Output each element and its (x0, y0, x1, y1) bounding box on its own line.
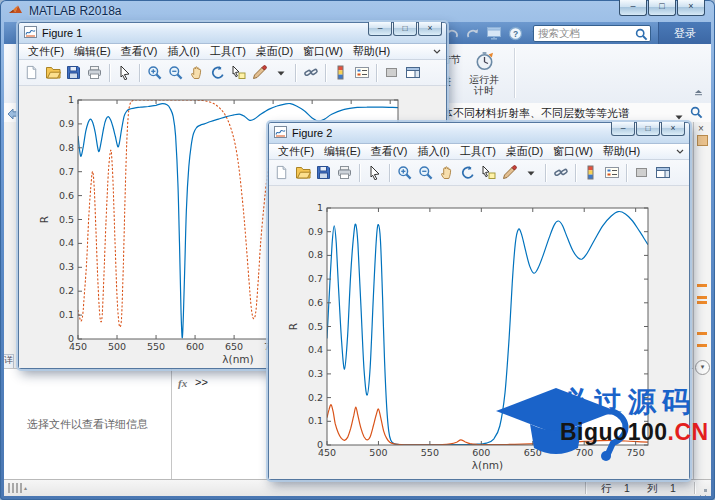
show-plot-tools-dock-icon[interactable] (653, 163, 672, 182)
save-figure-icon[interactable] (314, 163, 333, 182)
edit-pointer-icon[interactable] (115, 63, 134, 82)
docbar-search-icon[interactable] (690, 105, 703, 123)
minimize-button[interactable]: – (611, 122, 635, 136)
message-indicator-button[interactable]: ▾ (695, 360, 710, 375)
code-warning-marker[interactable] (697, 296, 707, 299)
svg-text:0: 0 (317, 439, 323, 450)
maximize-button[interactable]: □ (636, 122, 660, 136)
help-circle-icon[interactable]: ? (507, 25, 523, 41)
print-figure-icon[interactable] (335, 163, 354, 182)
menu-f[interactable]: 文件(F) (23, 44, 69, 59)
new-document-icon[interactable] (22, 63, 41, 82)
menu-d[interactable]: 桌面(D) (501, 144, 548, 159)
menu-e[interactable]: 编辑(E) (69, 44, 116, 59)
svg-text:0.3: 0.3 (59, 261, 74, 272)
toolbar-separator (376, 64, 377, 82)
menu-w[interactable]: 窗口(W) (298, 44, 348, 59)
dropdown-arrow-icon[interactable] (271, 63, 290, 82)
menubar-overflow-icon[interactable] (433, 48, 441, 56)
watermark-tld: .CN (668, 419, 709, 445)
menu-h[interactable]: 帮助(H) (598, 144, 645, 159)
run-and-time-button[interactable]: 运行并 计时 (459, 45, 509, 101)
menu-h[interactable]: 帮助(H) (348, 44, 395, 59)
rotate-3d-icon[interactable] (208, 63, 227, 82)
close-button[interactable]: × (418, 22, 442, 36)
statusbar-grip-arrow-icon[interactable]: ▴ (24, 484, 27, 491)
menu-w[interactable]: 窗口(W) (548, 144, 598, 159)
code-warning-marker[interactable] (697, 284, 707, 287)
menu-v[interactable]: 查看(V) (116, 44, 163, 59)
stopwatch-icon (474, 51, 495, 74)
code-warning-marker[interactable] (697, 301, 707, 304)
menu-d[interactable]: 桌面(D) (251, 44, 298, 59)
close-button[interactable]: × (677, 0, 705, 16)
data-cursor-icon[interactable] (479, 163, 498, 182)
minimize-button[interactable]: – (368, 22, 392, 36)
zoom-in-icon[interactable] (395, 163, 414, 182)
figure1-menubar: 文件(F)编辑(E)查看(V)插入(I)工具(T)桌面(D)窗口(W)帮助(H) (19, 44, 446, 60)
insert-legend-icon[interactable] (602, 163, 621, 182)
svg-text:0.2: 0.2 (308, 392, 323, 403)
fx-icon: fx (178, 377, 187, 389)
svg-text:0.7: 0.7 (59, 166, 74, 177)
new-document-icon[interactable] (272, 163, 291, 182)
figure2-titlebar[interactable]: Figure 2 –□× (269, 123, 689, 144)
figure1-titlebar[interactable]: Figure 1 –□× (19, 23, 446, 44)
brush-data-icon[interactable] (250, 63, 269, 82)
collapse-toolstrip-icon[interactable] (694, 82, 703, 100)
svg-text:0.5: 0.5 (59, 214, 74, 225)
edit-pointer-icon[interactable] (365, 163, 384, 182)
svg-text:0.7: 0.7 (308, 273, 323, 284)
insert-colorbar-icon[interactable] (581, 163, 600, 182)
code-warning-marker[interactable] (697, 344, 707, 347)
maximize-button[interactable]: □ (393, 22, 417, 36)
menu-t[interactable]: 工具(T) (455, 144, 501, 159)
menu-i[interactable]: 插入(I) (162, 44, 204, 59)
menubar-overflow-icon[interactable] (676, 148, 684, 156)
insert-legend-icon[interactable] (352, 63, 371, 82)
menu-t[interactable]: 工具(T) (205, 44, 251, 59)
open-file-icon[interactable] (293, 163, 312, 182)
resize-grip-icon[interactable] (704, 489, 707, 492)
desktop-window-icon[interactable] (486, 25, 502, 41)
data-cursor-icon[interactable] (229, 63, 248, 82)
maximize-button[interactable]: □ (648, 0, 676, 16)
menu-v[interactable]: 查看(V) (366, 144, 413, 159)
pan-hand-icon[interactable] (437, 163, 456, 182)
menu-e[interactable]: 编辑(E) (319, 144, 366, 159)
toolbar-separator (295, 64, 296, 82)
insert-colorbar-icon[interactable] (331, 63, 350, 82)
open-file-icon[interactable] (43, 63, 62, 82)
search-icon[interactable] (635, 27, 648, 45)
figure2-toolbar (269, 160, 689, 186)
hide-plot-tools-icon[interactable] (382, 63, 401, 82)
code-warning-marker[interactable] (697, 332, 707, 335)
link-plot-icon[interactable] (301, 63, 320, 82)
close-icon[interactable]: × (698, 124, 704, 134)
zoom-out-icon[interactable] (166, 63, 185, 82)
redo-arrow-icon[interactable] (465, 25, 481, 41)
save-figure-icon[interactable] (64, 63, 83, 82)
menu-f[interactable]: 文件(F) (273, 144, 319, 159)
menu-i[interactable]: 插入(I) (412, 144, 454, 159)
scroll-position-marker[interactable] (697, 135, 708, 146)
rotate-3d-icon[interactable] (458, 163, 477, 182)
hide-plot-tools-icon[interactable] (632, 163, 651, 182)
statusbar-grip-icon[interactable] (8, 483, 22, 493)
zoom-in-icon[interactable] (145, 63, 164, 82)
show-plot-tools-dock-icon[interactable] (403, 63, 422, 82)
pan-hand-icon[interactable] (187, 63, 206, 82)
doc-search-box[interactable]: 搜索文档 (533, 25, 651, 42)
brush-data-icon[interactable] (500, 163, 519, 182)
minimize-button[interactable]: – (619, 0, 647, 16)
main-titlebar[interactable]: MATLAB R2018a –□× (0, 0, 715, 22)
toolbar-separator (575, 164, 576, 182)
statusbar-separator (585, 482, 586, 494)
link-plot-icon[interactable] (551, 163, 570, 182)
dropdown-arrow-icon[interactable] (521, 163, 540, 182)
close-button[interactable]: × (661, 122, 685, 136)
print-figure-icon[interactable] (85, 63, 104, 82)
details-side-tab-label: 详 (4, 355, 13, 365)
zoom-out-icon[interactable] (416, 163, 435, 182)
login-button[interactable]: 登录 (658, 22, 711, 44)
